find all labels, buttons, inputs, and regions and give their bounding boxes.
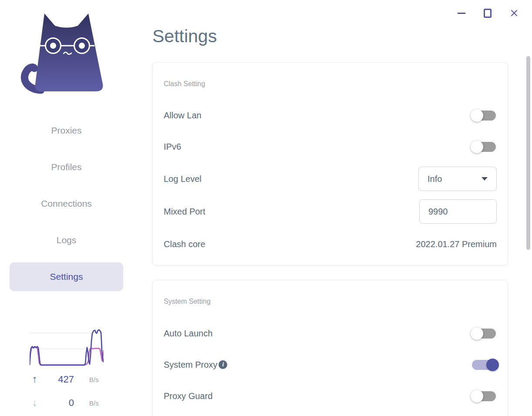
maximize-icon bbox=[484, 9, 492, 18]
sidebar-item-profiles[interactable]: Profiles bbox=[10, 153, 123, 181]
mixed-port-row: Mixed Port bbox=[164, 199, 497, 224]
log-level-label: Log Level bbox=[164, 174, 202, 184]
clash-setting-card: Clash Setting Allow Lan IPv6 Log Level I… bbox=[152, 62, 508, 265]
sidebar-item-connections[interactable]: Connections bbox=[10, 189, 123, 218]
clash-core-value: 2022.01.27 Premium bbox=[416, 239, 497, 249]
allow-lan-toggle[interactable] bbox=[472, 111, 496, 121]
allow-lan-row: Allow Lan bbox=[164, 103, 497, 127]
log-level-select[interactable]: Info bbox=[418, 167, 497, 191]
ipv6-label: IPv6 bbox=[164, 142, 181, 152]
sidebar-item-logs[interactable]: Logs bbox=[10, 226, 123, 255]
toggle-thumb bbox=[471, 390, 483, 403]
toggle-thumb bbox=[486, 359, 499, 371]
left-eye bbox=[50, 43, 56, 49]
clash-cat-logo bbox=[13, 7, 109, 99]
card-header: Clash Setting bbox=[164, 80, 205, 88]
minimize-button[interactable] bbox=[455, 7, 468, 19]
ipv6-toggle[interactable] bbox=[472, 142, 496, 152]
upload-value: 427 bbox=[44, 374, 74, 385]
proxy-guard-toggle[interactable] bbox=[472, 391, 496, 401]
allow-lan-label: Allow Lan bbox=[164, 111, 202, 121]
scrollbar-thumb[interactable] bbox=[526, 56, 530, 250]
download-arrow-icon: ↓ bbox=[32, 397, 37, 408]
proxy-guard-row: Proxy Guard bbox=[164, 384, 497, 408]
ipv6-row: IPv6 bbox=[164, 134, 497, 159]
toggle-thumb bbox=[471, 141, 483, 153]
auto-launch-toggle[interactable] bbox=[472, 329, 496, 339]
proxy-guard-label: Proxy Guard bbox=[164, 391, 212, 401]
clash-core-label: Clash core bbox=[164, 239, 205, 249]
system-setting-card: System Setting Auto Launch System Proxy … bbox=[152, 280, 508, 416]
upload-unit: B/s bbox=[89, 376, 99, 383]
info-icon[interactable]: i bbox=[219, 360, 227, 369]
auto-launch-row: Auto Launch bbox=[164, 321, 497, 346]
close-button[interactable] bbox=[508, 7, 521, 19]
log-level-value: Info bbox=[428, 174, 442, 184]
clash-core-row: Clash core 2022.01.27 Premium bbox=[164, 232, 497, 256]
log-level-row: Log Level Info bbox=[164, 167, 497, 191]
upload-arrow-icon: ↑ bbox=[32, 373, 37, 385]
sidebar-item-settings[interactable]: Settings bbox=[10, 262, 123, 291]
download-unit: B/s bbox=[89, 399, 99, 407]
right-eye bbox=[79, 43, 85, 49]
system-proxy-label-text: System Proxy bbox=[164, 360, 217, 370]
sidebar-nav: Proxies Profiles Connections Logs Settin… bbox=[10, 116, 123, 299]
minimize-icon bbox=[458, 13, 465, 14]
auto-launch-label: Auto Launch bbox=[164, 329, 212, 339]
page-title: Settings bbox=[152, 26, 217, 47]
download-line bbox=[30, 347, 104, 365]
chevron-down-icon bbox=[481, 177, 488, 181]
maximize-button[interactable] bbox=[481, 7, 494, 19]
toggle-thumb bbox=[471, 109, 483, 122]
cat-body bbox=[35, 13, 103, 91]
sidebar-item-proxies[interactable]: Proxies bbox=[10, 116, 123, 145]
system-proxy-row: System Proxy i bbox=[164, 352, 497, 377]
system-proxy-toggle[interactable] bbox=[472, 360, 496, 370]
traffic-graph bbox=[30, 328, 104, 366]
system-proxy-label: System Proxy i bbox=[164, 360, 227, 370]
close-icon bbox=[510, 8, 518, 18]
toggle-thumb bbox=[471, 327, 483, 340]
upload-line bbox=[30, 330, 104, 365]
mixed-port-label: Mixed Port bbox=[164, 207, 205, 217]
download-value: 0 bbox=[44, 397, 74, 409]
card-header: System Setting bbox=[164, 298, 211, 305]
mixed-port-input[interactable] bbox=[419, 199, 497, 224]
